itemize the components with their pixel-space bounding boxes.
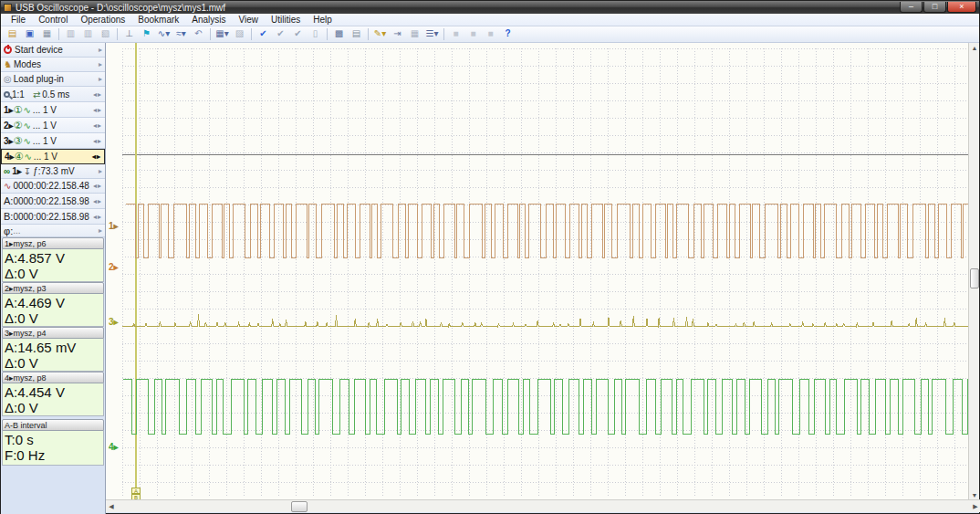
submenu-arrow-icon: ▸ [99, 167, 102, 175]
ab-interval-panel: A-B interval T:0 s F:0 Hz [2, 419, 104, 466]
panel-4-amplitude: A:4.454 V [5, 384, 101, 400]
scroll-up-icon[interactable]: ▲ [969, 43, 980, 54]
channel-2-row[interactable]: 2▸ ② ∿ ... 1 V ◂▸ [1, 118, 105, 133]
phase-row[interactable]: φ: ... ▸ [1, 225, 105, 237]
channel-3-marker[interactable]: 3▸ [109, 317, 119, 327]
marker-b-spinner[interactable]: ◂▸ [93, 213, 102, 221]
vertical-measure-icon[interactable]: ⊥ [121, 27, 137, 41]
waveform-plot[interactable]: 1▸ 2▸ 3▸ 4▸ A B [106, 43, 970, 501]
channel-1-trace [126, 204, 968, 257]
cursor-a-handle[interactable]: A [131, 488, 141, 494]
panel-2-delta: Δ:0 V [5, 310, 101, 326]
copy-wave-icon[interactable]: ▥ [80, 27, 96, 41]
timebase-value: 0.5 ms [42, 89, 69, 100]
undo-icon[interactable]: ↶ [191, 27, 206, 41]
accept-all-icon[interactable]: ✔ [273, 27, 288, 41]
copy-region-icon[interactable]: ▤ [349, 27, 364, 41]
time-position-row[interactable]: ∿ 0000:00:22.158.48 ◂▸ [1, 179, 105, 194]
toolbar-separator [58, 28, 59, 40]
binoculars-icon: ∞ [4, 166, 10, 176]
signal-add-icon[interactable]: ∿▾ [156, 27, 172, 41]
power-icon [4, 46, 12, 54]
app-icon [4, 4, 12, 12]
help-icon[interactable]: ? [500, 27, 516, 41]
menu-bookmark[interactable]: Bookmark [131, 14, 185, 26]
display-off-icon[interactable]: ▨ [232, 27, 247, 41]
menu-control[interactable]: Control [32, 14, 74, 26]
channel-4-range: ... 1 V [34, 152, 57, 162]
menu-utilities[interactable]: Utilities [265, 14, 307, 26]
panel-1-header[interactable]: 1▸mysz, p6 [2, 237, 104, 249]
scroll-right-icon[interactable]: ▶ [970, 500, 980, 513]
open-file-icon[interactable]: ▤ [5, 27, 20, 41]
grid-toggle-icon[interactable]: ▦ [407, 27, 422, 41]
print-icon[interactable]: ▦ [39, 27, 55, 41]
ab-interval-header[interactable]: A-B interval [2, 419, 104, 431]
toolbar-separator [368, 28, 369, 40]
menu-operations[interactable]: Operations [74, 14, 131, 26]
timebase-icon: ⇄ [33, 89, 40, 100]
display-mode-icon[interactable]: ▦▾ [214, 27, 230, 41]
trigger-level: ƒ:73.3 mV [33, 166, 75, 176]
zoom-timebase-row[interactable]: 1:1 ⇄ 0.5 ms ◂▸ [1, 87, 105, 102]
channel-4-row-selected[interactable]: 4▸ ④ ∿ ... 1 V ◂▸ [1, 149, 105, 164]
minimize-button[interactable]: – [900, 2, 923, 13]
panel-3-header[interactable]: 3▸mysz, p4 [2, 327, 104, 339]
horizontal-scroll-thumb[interactable] [291, 501, 308, 512]
close-button[interactable]: × [947, 2, 976, 13]
accept-next-icon[interactable]: ✔ [290, 27, 306, 41]
channel-1-marker[interactable]: 1▸ [109, 221, 119, 231]
disabled-icon: ■ [448, 27, 464, 41]
signal-avg-icon[interactable]: ≈▾ [173, 27, 189, 41]
trigger-icon: ↧ [24, 166, 31, 176]
save-file-icon[interactable]: ▣ [22, 27, 37, 41]
scroll-left-icon[interactable]: ◀ [106, 500, 117, 513]
menu-bar: File Control Operations Bookmark Analysi… [1, 14, 979, 26]
table-view-icon[interactable]: ☰▾ [424, 27, 440, 41]
accept-icon[interactable]: ✔ [255, 27, 271, 41]
trigger-row[interactable]: ∞ 1▸ ↧ ƒ:73.3 mV ▸ [1, 164, 105, 179]
channel-4-spinner[interactable]: ◂▸ [92, 152, 101, 161]
channel-3-spinner[interactable]: ◂▸ [93, 137, 102, 145]
channel-1-prefix: 1▸ [4, 105, 14, 115]
panel-4-header[interactable]: 4▸mysz, p8 [2, 372, 104, 383]
channel-2-marker[interactable]: 2▸ [109, 262, 119, 272]
menu-view[interactable]: View [233, 14, 266, 26]
export-icon[interactable]: ✎▾ [372, 27, 388, 41]
marker-a-spinner[interactable]: ◂▸ [93, 197, 102, 205]
panel-2-header[interactable]: 2▸mysz, p3 [2, 282, 104, 294]
channel-2-spinner[interactable]: ◂▸ [93, 121, 102, 130]
wave-icon: ∿ [23, 105, 30, 115]
toolbar: ▤ ▣ ▦ ▥ ▥ ▧ ⊥ ⚑ ∿▾ ≈▾ ↶ ▦▾ ▨ ✔ ✔ ✔ ▯ ▩ ▤… [1, 26, 979, 43]
marker-flag-icon[interactable]: ⚑ [139, 27, 154, 41]
vertical-scroll-thumb[interactable] [970, 268, 979, 288]
grid-lines [122, 48, 968, 496]
timebase-spinner[interactable]: ◂▸ [93, 90, 102, 99]
load-plugin-button[interactable]: ◎ Load plug-in ▸ [1, 72, 105, 87]
title-bar[interactable]: USB Oscilloscope - D:\oscilloscope\mysz\… [1, 1, 979, 14]
time-spinner[interactable]: ◂▸ [93, 182, 102, 190]
channel-3-row[interactable]: 3▸ ③ ∿ ... 1 V ◂▸ [1, 133, 105, 149]
goto-marker-icon[interactable]: ⇥ [390, 27, 405, 41]
select-region-icon[interactable]: ▩ [331, 27, 347, 41]
marker-b-row[interactable]: B: 0000:00:22.158.98 ◂▸ [1, 209, 105, 225]
channel-1-row[interactable]: 1▸ ① ∿ ... 1 V ◂▸ [1, 102, 105, 118]
panel-3-delta: Δ:0 V [5, 355, 101, 371]
copy-screen-icon[interactable]: ▥ [63, 27, 78, 41]
channel-1-range: ... 1 V [33, 105, 57, 115]
plot-canvas[interactable] [106, 43, 970, 501]
menu-file[interactable]: File [5, 14, 32, 26]
document-icon[interactable]: ▯ [308, 27, 323, 41]
vertical-scrollbar[interactable]: ▲ ▼ [968, 43, 979, 501]
horizontal-scrollbar[interactable]: ◀ ▶ [106, 499, 980, 512]
marker-a-row[interactable]: A: 0000:00:22.158.98 ◂▸ [1, 194, 105, 209]
clear-icon[interactable]: ▧ [98, 27, 113, 41]
start-device-button[interactable]: Start device ▸ [1, 43, 105, 58]
magnifier-icon [4, 91, 10, 98]
menu-analysis[interactable]: Analysis [185, 14, 232, 26]
channel-4-marker[interactable]: 4▸ [109, 442, 119, 452]
channel-1-spinner[interactable]: ◂▸ [93, 106, 102, 114]
menu-help[interactable]: Help [307, 14, 339, 26]
modes-button[interactable]: ♞ Modes ▸ [1, 58, 105, 72]
restore-button[interactable]: □ [923, 2, 946, 13]
